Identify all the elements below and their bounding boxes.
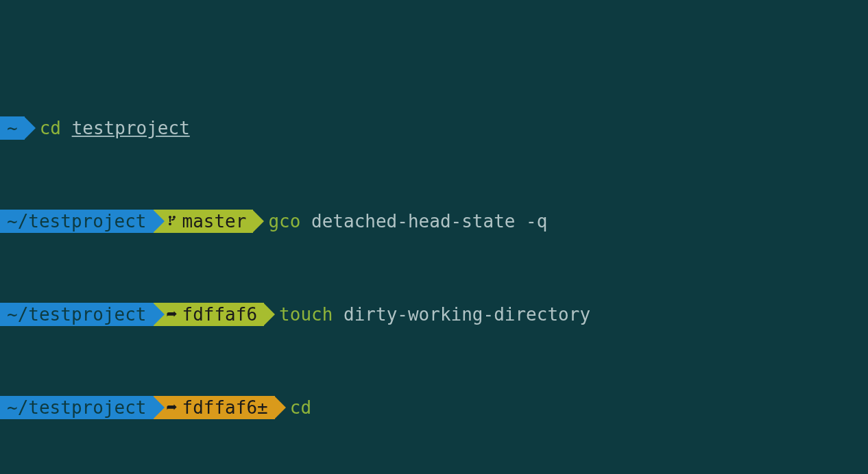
- git-dirty-segment: ➦fdffaf6±: [154, 396, 275, 419]
- branch-icon: [166, 210, 178, 233]
- command-area[interactable]: touch dirty-working-directory: [264, 303, 590, 326]
- path-segment: ~/testproject: [0, 210, 154, 233]
- path-segment: ~/testproject: [0, 396, 154, 419]
- argument: testproject: [72, 116, 190, 140]
- detached-icon: ➦: [166, 396, 178, 419]
- prompt-line: ~ cd testproject: [0, 116, 868, 140]
- command: touch: [279, 303, 333, 326]
- path-segment: ~/testproject: [0, 303, 154, 326]
- path-segment: ~: [0, 116, 25, 140]
- command: cd: [40, 116, 61, 140]
- argument: dirty-working-directory: [343, 303, 590, 326]
- command: gco: [268, 210, 300, 233]
- prompt-line: ~/testproject master gco detached-head-s…: [0, 210, 868, 233]
- git-segment: ➦fdffaf6: [154, 303, 265, 326]
- argument: detached-head-state -q: [311, 210, 547, 233]
- prompt-line: ~/testproject ➦fdffaf6± cd: [0, 396, 868, 419]
- command: cd: [290, 396, 311, 419]
- detached-icon: ➦: [166, 303, 178, 326]
- git-segment: master: [154, 210, 254, 233]
- command-area[interactable]: gco detached-head-state -q: [253, 210, 547, 233]
- command-area[interactable]: cd testproject: [25, 116, 190, 140]
- prompt-line: ~/testproject ➦fdffaf6 touch dirty-worki…: [0, 303, 868, 326]
